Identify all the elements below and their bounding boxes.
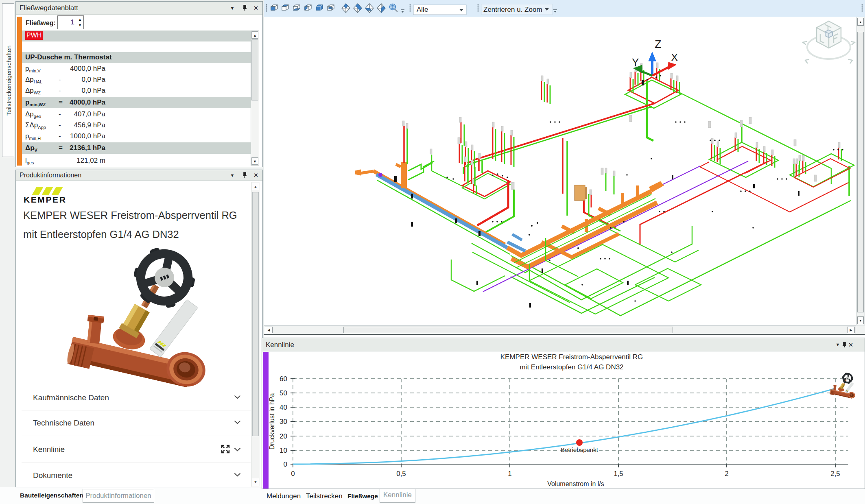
svg-text:50: 50 (280, 389, 287, 397)
svg-text:Y: Y (632, 56, 639, 68)
svg-text:Alle: Alle (417, 6, 428, 13)
svg-text:1: 1 (508, 470, 511, 478)
svg-text:Volumenstrom in l/s: Volumenstrom in l/s (547, 480, 604, 487)
svg-text:60: 60 (280, 375, 287, 383)
svg-text:Druckverlust in hPa: Druckverlust in hPa (269, 393, 275, 450)
svg-text:0: 0 (284, 460, 287, 468)
svg-text:X: X (671, 51, 678, 63)
svg-text:Z: Z (655, 38, 662, 50)
svg-text:0,5: 0,5 (396, 470, 406, 478)
svg-text:30: 30 (280, 418, 287, 425)
svg-text:20: 20 (280, 432, 287, 440)
svg-text:Zentrieren u. Zoom: Zentrieren u. Zoom (483, 6, 542, 13)
svg-text:40: 40 (280, 404, 287, 411)
svg-text:KEMPER WESER Freistrom-Absperr: KEMPER WESER Freistrom-Absperrventil RG (500, 353, 643, 361)
svg-text:Betriebspunkt: Betriebspunkt (561, 446, 599, 453)
svg-text:2,5: 2,5 (830, 470, 840, 478)
svg-text:1,5: 1,5 (614, 470, 623, 478)
svg-text:mit Entleerstopfen G1/4 AG DN3: mit Entleerstopfen G1/4 AG DN32 (520, 363, 623, 371)
svg-text:10: 10 (280, 447, 287, 454)
svg-text:0: 0 (291, 470, 295, 478)
svg-text:KEMPER: KEMPER (24, 195, 66, 204)
svg-text:2: 2 (725, 470, 728, 478)
